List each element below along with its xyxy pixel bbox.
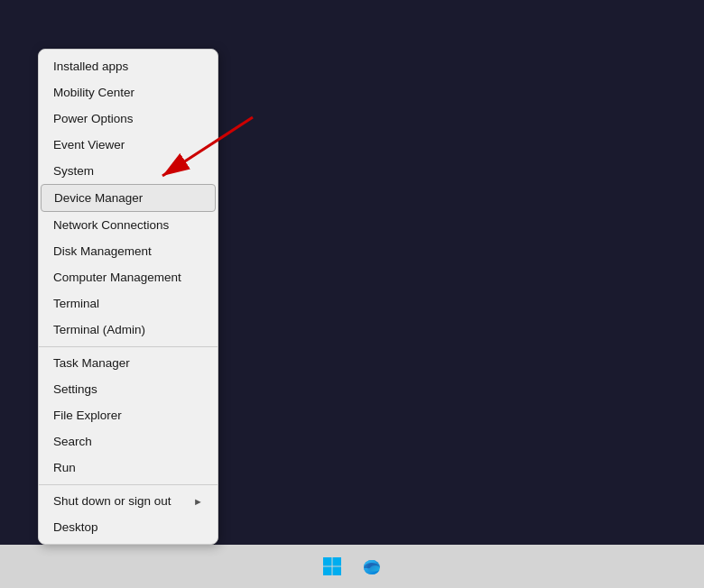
menu-label-settings: Settings <box>53 382 97 396</box>
menu-label-computer-management: Computer Management <box>53 271 181 284</box>
menu-label-installed-apps: Installed apps <box>53 60 128 73</box>
submenu-chevron-icon: ► <box>193 496 203 507</box>
start-button[interactable] <box>314 548 350 584</box>
menu-label-event-viewer: Event Viewer <box>53 138 125 152</box>
edge-icon <box>361 556 383 577</box>
menu-label-terminal-admin: Terminal (Admin) <box>53 323 145 336</box>
menu-item-terminal-admin[interactable]: Terminal (Admin) <box>39 317 218 343</box>
menu-item-search[interactable]: Search <box>39 428 218 455</box>
taskbar <box>0 545 704 588</box>
menu-item-desktop[interactable]: Desktop <box>39 514 218 540</box>
menu-item-device-manager[interactable]: Device Manager <box>41 184 216 212</box>
menu-label-search: Search <box>53 435 92 448</box>
menu-label-run: Run <box>53 461 76 474</box>
menu-label-system: System <box>53 164 94 178</box>
menu-item-power-options[interactable]: Power Options <box>39 106 218 132</box>
menu-label-device-manager: Device Manager <box>54 191 143 205</box>
windows-logo-icon <box>321 556 343 577</box>
svg-rect-5 <box>333 567 342 576</box>
menu-item-task-manager[interactable]: Task Manager <box>39 346 218 376</box>
menu-label-disk-management: Disk Management <box>53 244 152 258</box>
menu-label-desktop: Desktop <box>53 520 98 534</box>
menu-item-terminal[interactable]: Terminal <box>39 290 218 317</box>
menu-label-mobility-center: Mobility Center <box>53 86 134 99</box>
menu-item-run[interactable]: Run <box>39 455 218 481</box>
edge-button[interactable] <box>354 548 390 584</box>
desktop: Installed apps Mobility Center Power Opt… <box>0 0 704 588</box>
menu-label-power-options: Power Options <box>53 112 134 125</box>
menu-item-computer-management[interactable]: Computer Management <box>39 264 218 290</box>
menu-item-shut-down[interactable]: Shut down or sign out ► <box>39 484 218 514</box>
context-menu: Installed apps Mobility Center Power Opt… <box>38 49 218 545</box>
menu-item-mobility-center[interactable]: Mobility Center <box>39 79 218 106</box>
menu-item-network-connections[interactable]: Network Connections <box>39 212 218 238</box>
menu-item-settings[interactable]: Settings <box>39 376 218 402</box>
menu-label-network-connections: Network Connections <box>53 218 169 232</box>
menu-item-event-viewer[interactable]: Event Viewer <box>39 132 218 158</box>
svg-rect-2 <box>323 557 332 566</box>
menu-item-system[interactable]: System <box>39 158 218 184</box>
menu-label-terminal: Terminal <box>53 297 99 310</box>
menu-item-disk-management[interactable]: Disk Management <box>39 238 218 264</box>
svg-rect-4 <box>323 567 332 576</box>
menu-label-task-manager: Task Manager <box>53 356 130 370</box>
svg-rect-3 <box>333 557 342 566</box>
menu-label-file-explorer: File Explorer <box>53 409 122 422</box>
menu-item-installed-apps[interactable]: Installed apps <box>39 53 218 79</box>
menu-item-file-explorer[interactable]: File Explorer <box>39 402 218 428</box>
menu-label-shut-down: Shut down or sign out <box>53 494 171 508</box>
